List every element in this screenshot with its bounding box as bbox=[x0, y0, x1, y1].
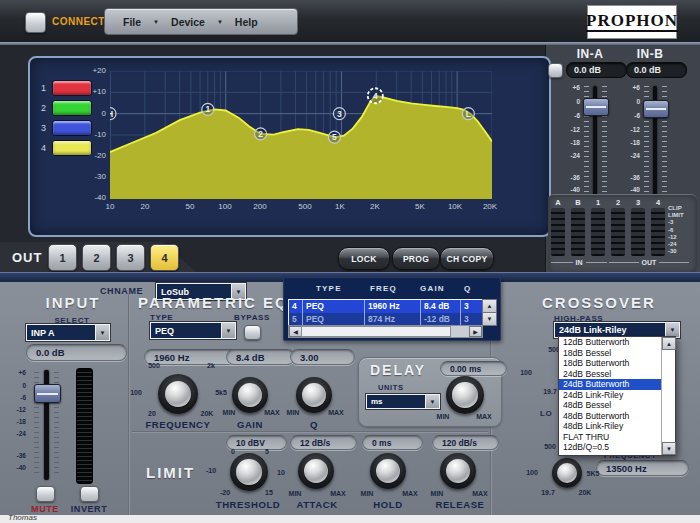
x-axis-tick: 20 bbox=[130, 202, 160, 211]
fader-tick: -36 bbox=[620, 174, 640, 181]
table-scroll-right-icon[interactable]: ▶ bbox=[469, 326, 482, 337]
meter-channel-label: 2 bbox=[611, 198, 625, 207]
tab-out-3[interactable]: 3 bbox=[116, 244, 145, 271]
fader-tick: -12 bbox=[560, 126, 580, 133]
connect-button[interactable] bbox=[25, 12, 46, 33]
input-fader-handle[interactable] bbox=[34, 384, 61, 403]
lock-button[interactable]: LOCK bbox=[338, 247, 390, 270]
fader-tick: -40 bbox=[2, 464, 26, 471]
limit-release-knob[interactable] bbox=[440, 453, 476, 489]
menu-help[interactable]: Help bbox=[229, 16, 264, 28]
list-scroll-up-icon[interactable]: ▲ bbox=[662, 337, 676, 350]
table-header-q: Q bbox=[464, 284, 478, 293]
eq-q-readout: 3.00 bbox=[290, 349, 355, 365]
knob-scale: 0 bbox=[226, 448, 240, 455]
knob-scale: 2k bbox=[202, 362, 220, 369]
knob-scale: 100 bbox=[126, 389, 146, 396]
delay-readout: 0.00 ms bbox=[440, 361, 507, 376]
list-scroll-down-icon[interactable]: ▼ bbox=[662, 442, 676, 455]
limit-hold-knob[interactable] bbox=[370, 453, 406, 489]
knob-scale: MIN bbox=[432, 413, 454, 420]
table-scroll-down-icon[interactable]: ▼ bbox=[482, 312, 497, 326]
delay-units-value: ms bbox=[371, 397, 383, 406]
eq-gain-label: GAIN bbox=[226, 419, 274, 430]
tab-out-1[interactable]: 1 bbox=[48, 244, 77, 271]
delay-knob[interactable] bbox=[446, 376, 484, 414]
list-item[interactable]: 18dB Bessel bbox=[559, 348, 662, 359]
bypass-button[interactable] bbox=[244, 325, 261, 340]
menu-device[interactable]: Device bbox=[165, 16, 211, 28]
table-scroll-up-icon[interactable]: ▲ bbox=[482, 299, 497, 313]
lp-frequency-knob[interactable] bbox=[552, 458, 582, 488]
chevron-down-icon[interactable]: ▼ bbox=[665, 323, 679, 337]
meter-group-out: OUT bbox=[609, 259, 689, 266]
delay-units-dropdown[interactable]: ms ▼ bbox=[366, 394, 440, 409]
level-meter-out-2 bbox=[611, 208, 625, 256]
level-meter-in-a bbox=[551, 208, 565, 256]
list-item-selected[interactable]: 24dB Butterworth bbox=[559, 379, 662, 390]
prophon-logo-text: PROPHON bbox=[586, 12, 678, 32]
tab-out-4[interactable]: 4 bbox=[150, 244, 179, 271]
chevron-down-icon[interactable]: ▼ bbox=[425, 395, 439, 408]
input-link-button[interactable] bbox=[548, 63, 563, 78]
tab-out-2[interactable]: 2 bbox=[82, 244, 111, 271]
table-header-type: TYPE bbox=[316, 284, 358, 293]
list-item[interactable]: 48dB Link-Riley bbox=[559, 421, 662, 432]
chevron-down-icon[interactable]: ▼ bbox=[221, 323, 235, 338]
list-item[interactable]: FLAT THRU bbox=[559, 432, 662, 443]
input-select-dropdown[interactable]: INP A ▼ bbox=[26, 324, 110, 341]
list-item[interactable]: 48dB Butterworth bbox=[559, 411, 662, 422]
list-item[interactable]: 12dB Butterworth bbox=[559, 337, 662, 348]
eq-frequency-knob[interactable] bbox=[158, 374, 198, 414]
ch-copy-button[interactable]: CH COPY bbox=[440, 247, 494, 270]
eq-q-knob[interactable] bbox=[296, 377, 332, 413]
limit-attack-knob[interactable] bbox=[298, 453, 334, 489]
svg-text:2: 2 bbox=[258, 129, 263, 139]
fader-tick: -36 bbox=[2, 452, 26, 459]
meter-scale: CLIPLIMIT -3-6 -12-24 -30 bbox=[668, 205, 698, 255]
input-divider bbox=[128, 294, 130, 515]
limit-release-readout: 120 dB/s bbox=[432, 435, 499, 450]
eq-gain-knob[interactable] bbox=[232, 377, 268, 413]
knob-scale: 500 bbox=[540, 443, 560, 450]
list-item[interactable]: 18dB Butterworth bbox=[559, 358, 662, 369]
prog-button[interactable]: PROG bbox=[392, 247, 440, 270]
in-a-fader-handle[interactable] bbox=[583, 98, 609, 116]
list-item[interactable]: 12dB/Q=0.5 bbox=[559, 442, 662, 453]
eq-bands-table: 4PEQ 1960 Hz8.4 dB 3 5PEQ 874 Hz-12 dB 3 bbox=[288, 299, 483, 326]
eq-type-dropdown[interactable]: PEQ ▼ bbox=[150, 322, 236, 339]
knob-scale: -20 bbox=[214, 489, 236, 496]
knob-scale: 5k5 bbox=[210, 389, 232, 396]
table-hscrollbar[interactable]: ◀ ▶ bbox=[288, 325, 483, 338]
menu-file[interactable]: File bbox=[117, 16, 147, 28]
mute-button[interactable] bbox=[36, 486, 55, 502]
fader-tick: -24 bbox=[560, 152, 580, 159]
y-axis-tick: +20 bbox=[72, 66, 106, 75]
input-section-title: INPUT bbox=[26, 294, 120, 311]
knob-scale: MAX bbox=[398, 490, 422, 497]
table-row[interactable]: 4PEQ 1960 Hz8.4 dB 3 bbox=[289, 300, 482, 313]
knob-scale: 5K5 bbox=[582, 470, 604, 477]
x-axis-tick: 50 bbox=[175, 202, 205, 211]
list-item[interactable]: 48dB Bessel bbox=[559, 400, 662, 411]
chevron-down-icon[interactable]: ▼ bbox=[95, 325, 109, 340]
eq-response-plot[interactable]: H12534L bbox=[110, 71, 492, 199]
limit-release-label: RELEASE bbox=[430, 499, 490, 510]
knob-scale: MAX bbox=[260, 409, 284, 416]
x-axis-tick: 100 bbox=[210, 202, 240, 211]
in-b-label: IN-B bbox=[620, 47, 680, 61]
list-item[interactable]: 24dB Link-Riley bbox=[559, 390, 662, 401]
meter-channel-label: 3 bbox=[631, 198, 645, 207]
knob-scale: MIN bbox=[426, 490, 448, 497]
limit-divider bbox=[132, 431, 488, 433]
meter-group-in: IN bbox=[551, 259, 607, 266]
list-item[interactable]: 24dB Bessel bbox=[559, 369, 662, 380]
table-hscroll-thumb[interactable] bbox=[301, 326, 451, 337]
knob-scale: MAX bbox=[324, 409, 348, 416]
in-b-fader-handle[interactable] bbox=[643, 100, 669, 118]
y-axis-tick: -20 bbox=[72, 151, 106, 160]
prophon-logo: PROPHON bbox=[587, 5, 677, 39]
knob-scale: MAX bbox=[468, 490, 492, 497]
invert-button[interactable] bbox=[80, 486, 99, 502]
limit-threshold-knob[interactable] bbox=[230, 453, 268, 491]
